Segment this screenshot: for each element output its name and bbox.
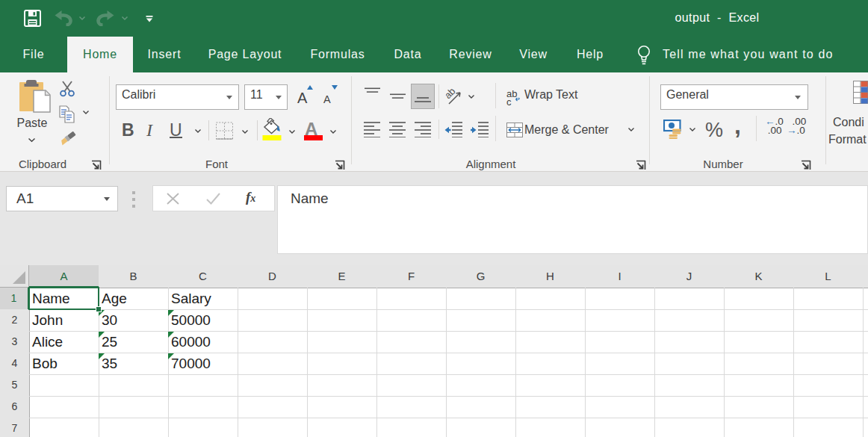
svg-text:ab: ab (446, 87, 458, 101)
svg-text:c: c (506, 96, 512, 107)
